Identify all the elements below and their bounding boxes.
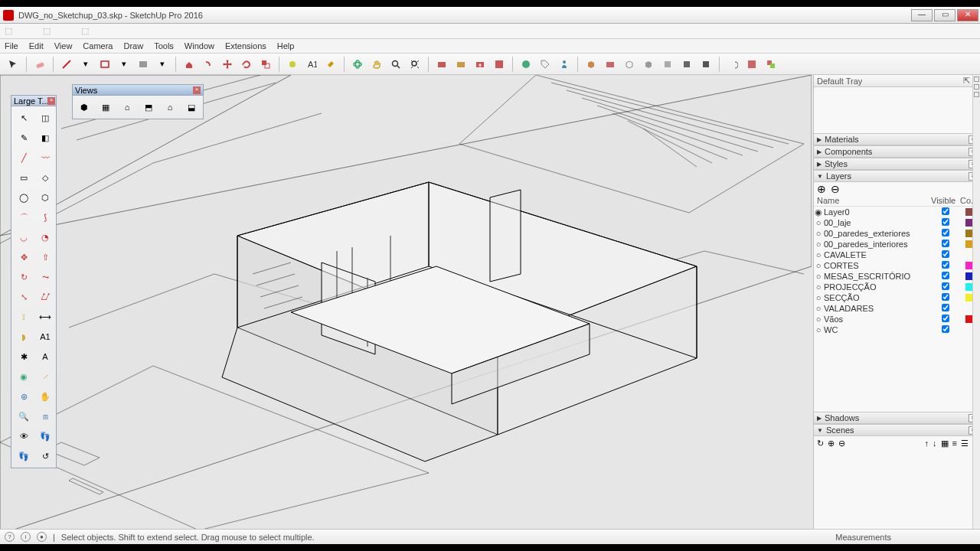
3d-viewport[interactable]: Large T...× ↖◫ ✎◧ ╱〰 ▭◇ ◯⬡ ⌒⟆ ◡◔ ✥⇧ ↻⤳ ⤡… [0,75,813,529]
next-view-icon[interactable]: ↺ [35,447,55,465]
circle-tool-icon[interactable]: ◯ [14,188,34,207]
select-tool-icon[interactable]: ↖ [14,109,34,127]
layout-button[interactable] [491,56,508,73]
tape-tool-button[interactable] [284,56,301,73]
pushpull-tool-button[interactable] [181,56,198,73]
layer-row[interactable]: ◉Layer0 [814,207,980,217]
orbit-tool-button[interactable] [349,56,366,73]
layer-visible-checkbox[interactable] [931,207,960,217]
text-tool-icon[interactable]: A1 [35,328,55,346]
info-icon[interactable]: i [21,532,31,542]
scale-tool-icon[interactable]: ⤡ [14,288,34,306]
layer-name[interactable]: SECÇÃO [823,293,931,302]
layer-row[interactable]: ○WC [814,324,980,335]
layer-radio[interactable]: ○ [814,315,823,324]
pencil-tool-icon[interactable]: ✎ [14,129,34,147]
component-button[interactable] [743,56,760,73]
layer-row[interactable]: ○00_laje [814,217,980,228]
solid-tool-button[interactable] [621,56,638,73]
zoomwin-tool-icon[interactable]: ⧆ [35,407,55,425]
menu-window[interactable]: Window [185,41,214,51]
dropdown-icon[interactable]: ▾ [154,56,171,73]
group-button[interactable] [763,56,779,73]
text-tool-button[interactable]: A1 [303,56,320,73]
lasso-tool-icon[interactable]: ◫ [35,109,55,127]
minimize-button[interactable]: — [911,9,933,21]
pushpull-tool-icon[interactable]: ⇧ [35,248,55,266]
left-view-icon[interactable]: ⬓ [181,97,201,117]
layer-visible-checkbox[interactable] [931,282,960,292]
solid-tool-button[interactable] [640,56,657,73]
paint-tool-button[interactable] [322,56,339,73]
iso-view-icon[interactable]: ⬢ [74,97,94,117]
remove-layer-icon[interactable]: ⊖ [831,183,840,195]
solid-tool-button[interactable] [602,56,619,73]
right-view-icon[interactable]: ⬒ [139,97,158,117]
layer-name[interactable]: 00_laje [823,218,931,227]
back-view-icon[interactable]: ⌂ [160,97,180,117]
rotate-tool-icon[interactable]: ↻ [14,268,34,286]
help-icon[interactable]: ? [5,532,15,542]
scale-tool-button[interactable] [257,56,274,73]
layer-visible-checkbox[interactable] [931,304,960,313]
offset-tool-button[interactable] [200,56,217,73]
layer-row[interactable]: ○Vãos [814,314,980,324]
warehouse-button[interactable] [472,56,488,73]
rotrect-tool-icon[interactable]: ◇ [35,168,55,187]
scene-list-icon[interactable]: ≡ [952,439,957,448]
undo-button[interactable] [724,56,741,73]
dimension-tool-icon[interactable]: ⟷ [35,308,55,326]
layer-name[interactable]: WC [823,325,931,334]
menu-file[interactable]: File [5,41,18,51]
layer-visible-checkbox[interactable] [931,229,960,238]
prev-view-icon[interactable]: 👣 [14,447,34,465]
geo-button[interactable] [518,56,534,73]
tab[interactable]: ⬚ [5,26,12,36]
dropdown-icon[interactable]: ▾ [116,56,132,73]
add-layer-icon[interactable]: ⊕ [817,183,826,195]
offset-tool-icon[interactable]: ⌰ [35,288,55,306]
layer-radio[interactable]: ○ [814,240,823,249]
layer-row[interactable]: ○00_paredes_interiores [814,239,980,249]
views-panel[interactable]: Views× ⬢ ▦ ⌂ ⬒ ⌂ ⬓ [72,84,204,119]
layer-visible-checkbox[interactable] [931,261,960,270]
pie-tool-icon[interactable]: ◔ [35,228,55,246]
pan-tool-icon[interactable]: ✋ [35,387,55,406]
arc3-tool-icon[interactable]: ◡ [14,228,34,246]
layer-visible-checkbox[interactable] [931,325,960,334]
layer-name[interactable]: 00_paredes_exteriores [823,229,931,238]
tape-tool-icon[interactable]: ⟟ [14,308,34,326]
layer-name[interactable]: CAVALETE [823,250,931,259]
shape-tool-button[interactable] [96,56,113,73]
rect-tool-button[interactable] [135,56,152,73]
zoom-extents-button[interactable] [407,56,423,73]
shadows-panel-header[interactable]: ▶Shadows× [814,412,980,424]
menu-draw[interactable]: Draw [123,41,143,51]
top-view-icon[interactable]: ▦ [96,97,116,117]
menu-extensions[interactable]: Extensions [225,41,266,51]
axes-tool-icon[interactable]: ✱ [14,347,34,366]
menu-edit[interactable]: Edit [29,41,44,51]
tab[interactable]: ⬚ [43,26,51,36]
layer-name[interactable]: VALADARES [823,304,931,313]
warehouse-button[interactable] [452,56,469,73]
solid-tool-button[interactable] [697,56,714,73]
layer-visible-checkbox[interactable] [931,272,960,281]
followme-tool-icon[interactable]: ⤳ [35,268,55,286]
layer-name[interactable]: 00_paredes_interiores [823,240,931,249]
layer-radio[interactable]: ○ [814,325,823,334]
select-tool-button[interactable] [5,56,21,73]
solid-tool-button[interactable] [678,56,695,73]
layer-row[interactable]: ○CORTES [814,260,980,271]
solid-tool-button[interactable] [659,56,676,73]
materials-panel-header[interactable]: ▶Materials× [814,134,980,145]
line-tool-button[interactable] [58,56,75,73]
move-tool-button[interactable] [219,56,236,73]
tab[interactable]: ⬚ [81,26,89,36]
layer-row[interactable]: ○00_paredes_exteriores [814,228,980,239]
tray-resize-handle[interactable] [972,75,980,529]
styles-panel-header[interactable]: ▶Styles× [814,158,980,170]
scene-add-icon[interactable]: ⊕ [828,439,835,448]
menu-tools[interactable]: Tools [154,41,174,51]
layer-visible-checkbox[interactable] [931,315,960,324]
